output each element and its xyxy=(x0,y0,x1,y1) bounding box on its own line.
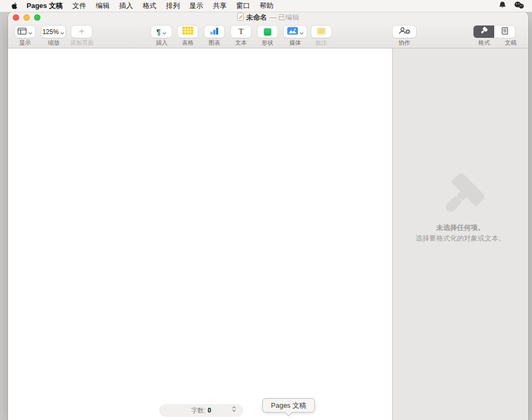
menu-item-view[interactable]: 显示 xyxy=(185,0,208,12)
chart-button[interactable] xyxy=(204,26,225,38)
menu-item-arrange[interactable]: 排列 xyxy=(161,0,185,12)
document-file-icon xyxy=(237,13,244,22)
table-button[interactable] xyxy=(178,26,198,38)
dock-tooltip-text: Pages 文稿 xyxy=(271,401,306,410)
collaborate-person-icon xyxy=(398,27,411,37)
menu-bar: Pages 文稿 文件 编辑 插入 格式 排列 显示 共享 窗口 帮助 xyxy=(0,0,532,12)
empty-selection-subtitle: 选择要格式化的对象或文本。 xyxy=(393,234,528,243)
view-options-button[interactable] xyxy=(15,26,35,38)
menu-item-edit[interactable]: 编辑 xyxy=(91,0,114,12)
insert-button[interactable]: ¶ xyxy=(151,26,172,38)
dock-tooltip: Pages 文稿 xyxy=(262,398,315,413)
menu-item-window[interactable]: 窗口 xyxy=(231,0,255,12)
shape-button[interactable] xyxy=(257,26,278,38)
shape-icon xyxy=(264,28,271,36)
wechat-icon[interactable] xyxy=(514,1,525,11)
close-button[interactable] xyxy=(13,14,19,21)
format-inspector-button[interactable] xyxy=(473,26,494,38)
zoom-level-value: 125% xyxy=(43,28,59,36)
word-count-label: 字数: xyxy=(191,406,205,415)
text-icon: T xyxy=(238,28,243,36)
document-label: 文稿 xyxy=(489,39,532,47)
chevron-down-icon xyxy=(162,27,167,37)
apple-menu-icon[interactable] xyxy=(11,2,18,10)
add-page-button[interactable]: + xyxy=(71,26,92,38)
notification-bell-icon[interactable] xyxy=(498,1,506,11)
zoom-window-button[interactable] xyxy=(34,14,40,21)
menu-item-pages[interactable]: Pages 文稿 xyxy=(22,0,68,12)
chevron-down-icon xyxy=(60,27,64,37)
document-canvas[interactable] xyxy=(8,48,392,420)
add-page-label: 添加页面 xyxy=(61,39,103,47)
chevron-down-icon xyxy=(28,27,32,37)
paintbrush-watermark-icon xyxy=(393,171,528,223)
chevron-down-icon xyxy=(300,27,304,37)
menu-item-insert[interactable]: 插入 xyxy=(114,0,138,12)
word-count-value: 0 xyxy=(207,407,211,414)
bar-chart-icon xyxy=(210,27,219,37)
menu-item-file[interactable]: 文件 xyxy=(68,0,91,12)
pages-window: 未命名 — 已编辑 显示 125% 缩放 xyxy=(8,12,528,420)
word-count-stepper[interactable] xyxy=(232,406,236,412)
table-icon xyxy=(182,27,193,37)
empty-selection-title: 未选择任何项。 xyxy=(393,223,528,233)
comment-note-icon xyxy=(317,27,326,37)
inspector-segmented-control xyxy=(473,26,515,38)
toolbar: 显示 125% 缩放 + 添加页面 ¶ 插入 xyxy=(8,23,528,48)
media-button[interactable] xyxy=(284,26,307,38)
document-inspector-button[interactable] xyxy=(494,26,515,38)
menu-item-share[interactable]: 共享 xyxy=(208,0,231,12)
minimize-button[interactable] xyxy=(23,14,30,21)
comment-label: 批注 xyxy=(300,39,343,47)
format-inspector-panel: 未选择任何项。 选择要格式化的对象或文本。 xyxy=(392,48,528,420)
word-count-pill[interactable]: 字数: 0 xyxy=(160,405,243,416)
menu-item-help[interactable]: 帮助 xyxy=(255,0,278,12)
window-edit-status: — 已编辑 xyxy=(270,13,300,22)
collaborate-button[interactable] xyxy=(393,26,416,38)
window-title: 未命名 xyxy=(246,13,267,22)
format-brush-icon xyxy=(480,27,488,37)
document-lines-icon xyxy=(502,27,508,37)
media-photo-icon xyxy=(287,27,298,37)
text-button[interactable]: T xyxy=(231,26,251,38)
sidebar-view-icon xyxy=(18,27,27,37)
pilcrow-icon: ¶ xyxy=(156,28,161,36)
plus-icon: + xyxy=(79,27,85,36)
collaborate-label: 协作 xyxy=(383,39,426,47)
menu-item-format[interactable]: 格式 xyxy=(138,0,161,12)
comment-button[interactable] xyxy=(311,26,331,38)
title-bar: 未命名 — 已编辑 xyxy=(8,12,528,23)
zoom-level-button[interactable]: 125% xyxy=(41,26,65,38)
